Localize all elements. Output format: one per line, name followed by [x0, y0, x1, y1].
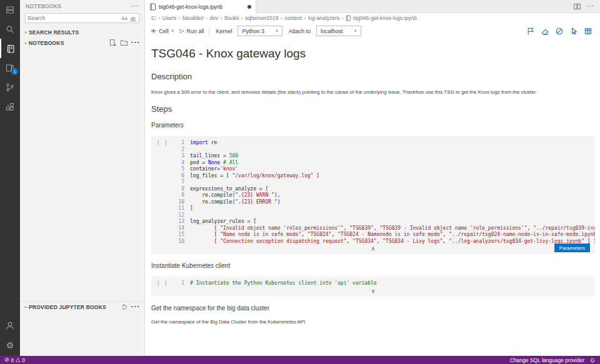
modified-dot-icon	[248, 5, 251, 9]
error-icon: ⊘	[4, 357, 9, 363]
open-folder-icon[interactable]	[120, 39, 128, 47]
settings-gear-button[interactable]: ⚙	[0, 335, 20, 355]
parameters-badge[interactable]: Parameters	[554, 243, 590, 252]
attach-to-select[interactable]: localhost ∨	[316, 26, 361, 36]
section-label: PROVIDED JUPYTER BOOKS	[29, 304, 106, 310]
grid-icon[interactable]	[584, 27, 592, 36]
notebook-file-icon	[149, 3, 156, 11]
connections-icon	[5, 5, 15, 15]
code-line: 15 [ "Name node is in safe mode", "TSG02…	[175, 232, 595, 239]
code-line: 12	[175, 212, 595, 219]
split-editor-icon[interactable]	[573, 2, 581, 11]
breadcrumb-separator-icon: ›	[159, 15, 161, 21]
activity-source-control[interactable]	[0, 77, 20, 97]
breadcrumb-item[interactable]: sqlserver2019	[245, 15, 278, 21]
extensions-icon	[5, 102, 15, 112]
eraser-icon[interactable]	[541, 27, 549, 36]
provided-books-panel: › PROVIDED JUPYTER BOOKS ···	[20, 301, 144, 356]
section-label: SEARCH RESULTS	[29, 29, 79, 36]
refresh-icon[interactable]	[121, 303, 128, 311]
warning-icon: △	[16, 357, 20, 363]
breadcrumb-item[interactable]: C:	[151, 15, 157, 21]
breadcrumb-item[interactable]: Books	[224, 15, 239, 21]
notebook-toolbar: + Cell ∨ ▷ Run all Kernel Python 3 ∨ Att…	[145, 22, 600, 39]
section-more-actions-icon[interactable]: ···	[131, 304, 140, 310]
cell-collapse-toggle-icon[interactable]: ∨	[151, 287, 595, 295]
activity-jupyter-books[interactable]: 1	[0, 58, 20, 77]
breadcrumb-item[interactable]: log-analyzers	[308, 15, 340, 21]
account-button[interactable]	[0, 316, 20, 335]
pointer-icon[interactable]	[569, 27, 578, 36]
search-icon	[5, 24, 15, 34]
description-text: Knox gives a 500 error to the client, an…	[151, 89, 595, 95]
editor: tsg046-get-knox-logs.ipynb ··· C:›Users›…	[145, 0, 600, 356]
section-notebooks[interactable]: › NOTEBOOKS ···	[20, 37, 144, 48]
toolbar-divider	[209, 27, 210, 36]
breadcrumb-item[interactable]: dev	[210, 15, 219, 21]
tab-title: tsg046-get-knox-logs.ipynb	[159, 4, 222, 10]
code-line: 2	[175, 147, 595, 154]
add-cell-button[interactable]: + Cell ∨	[151, 27, 174, 34]
parameters-heading: Parameters	[151, 122, 595, 129]
section-search-results[interactable]: › SEARCH RESULTS	[20, 27, 144, 37]
new-notebook-icon[interactable]	[109, 39, 117, 47]
chevron-down-icon: ∨	[171, 29, 174, 33]
breadcrumb-item[interactable]: Users	[162, 15, 176, 21]
execution-count: [ ]	[157, 140, 168, 146]
gear-icon: ⚙	[6, 340, 14, 350]
chevron-down-icon: ›	[22, 40, 29, 46]
code-line: 14 [ "Invalid object name 'roles_permiss…	[175, 225, 595, 232]
kernel-select[interactable]: Python 3 ∨	[238, 26, 282, 36]
panel-title: NOTEBOOKS	[26, 3, 61, 9]
breadcrumb-separator-icon: ›	[178, 15, 181, 21]
instantiate-heading: Instantiate Kubernetes client	[151, 262, 595, 269]
activity-connections[interactable]	[0, 0, 20, 19]
activity-search[interactable]	[0, 19, 20, 39]
run-all-label: Run all	[186, 28, 204, 34]
code-line: 4pod = None # All	[175, 160, 595, 167]
breadcrumb-separator-icon: ›	[206, 15, 208, 21]
flag-icon[interactable]	[526, 27, 535, 36]
activity-bar: 1 ⚙	[0, 0, 20, 356]
clear-results-icon[interactable]	[555, 27, 564, 36]
section-more-actions-icon[interactable]: ···	[131, 40, 140, 46]
account-icon	[5, 321, 15, 331]
run-all-button[interactable]: ▷ Run all	[180, 28, 204, 34]
code-cell[interactable]: [ ] 1# Instantiate the Python Kubernetes…	[151, 277, 595, 297]
attach-to-label: Attach to	[288, 28, 311, 34]
search-input[interactable]	[28, 15, 119, 21]
problems-button[interactable]: ⊘ 0 △ 0	[4, 357, 25, 363]
breadcrumb-separator-icon: ›	[341, 15, 344, 21]
breadcrumb-item[interactable]: content	[284, 15, 302, 21]
panel-more-actions-icon[interactable]: ···	[131, 3, 139, 9]
code-line: 11]	[175, 205, 595, 212]
notebook-content: TSG046 - Knox gateway logs Description K…	[145, 39, 600, 356]
section-provided-jupyter-books[interactable]: › PROVIDED JUPYTER BOOKS ···	[20, 302, 144, 312]
sidebar: NOTEBOOKS ··· Aa ab › SEARCH RESULTS › N…	[20, 0, 145, 356]
code-cell[interactable]: [ ] 1import re23tail_lines = 5004pod = N…	[151, 136, 595, 254]
add-cell-label: Cell	[159, 28, 169, 34]
match-case-toggle[interactable]: Aa	[120, 16, 128, 21]
tab-strip: tsg046-get-knox-logs.ipynb ···	[145, 0, 600, 13]
breadcrumb-separator-icon: ›	[241, 15, 244, 21]
cell-collapse-toggle-icon[interactable]: ∧	[151, 245, 595, 253]
search-box: Aa ab	[25, 13, 139, 23]
change-sql-provider-button[interactable]: Change SQL language provider	[510, 357, 584, 363]
notebook-file-icon	[346, 15, 351, 21]
notebook-icon	[6, 44, 16, 54]
breadcrumb-item[interactable]: bavaldez	[182, 15, 204, 21]
whole-word-toggle[interactable]: ab	[129, 16, 137, 21]
activity-extensions[interactable]	[0, 97, 20, 116]
editor-more-actions-icon[interactable]: ···	[586, 3, 594, 9]
notifications-bell-icon[interactable]	[589, 357, 596, 363]
warning-count: 0	[22, 357, 25, 363]
code-line: 5container='knox'	[175, 166, 595, 173]
breadcrumb-file[interactable]: tsg046-get-knox-logs.ipynb	[346, 15, 417, 21]
activity-notebooks[interactable]	[0, 39, 20, 58]
breadcrumb-separator-icon: ›	[304, 15, 306, 21]
chevron-down-icon: ›	[22, 304, 29, 310]
sidebar-titlebar: NOTEBOOKS ···	[20, 0, 144, 12]
source-control-branch-icon	[5, 82, 15, 92]
code-line: 1import re	[175, 140, 595, 147]
tab-notebook[interactable]: tsg046-get-knox-logs.ipynb	[145, 0, 256, 13]
